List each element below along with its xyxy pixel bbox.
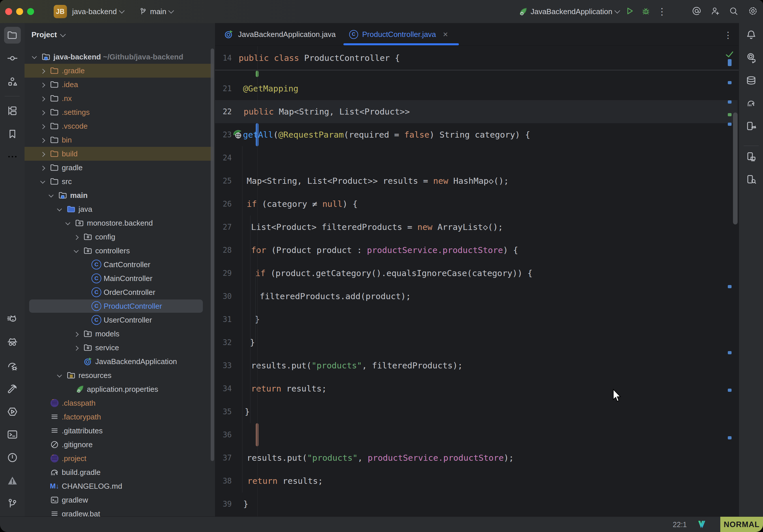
tree-item-src[interactable]: src bbox=[25, 174, 215, 188]
code-line-33[interactable]: 33results.put("products", filteredProduc… bbox=[215, 354, 739, 377]
project-panel-header[interactable]: Project bbox=[32, 28, 65, 41]
line-number[interactable]: 21 bbox=[215, 77, 232, 100]
tool-stripe-services-button[interactable] bbox=[4, 403, 21, 420]
tool-stripe-notifications-bell-button[interactable] bbox=[743, 27, 760, 43]
chevron-down-icon[interactable] bbox=[57, 207, 62, 211]
tool-stripe-database-button[interactable] bbox=[743, 72, 760, 89]
line-number[interactable]: 38 bbox=[215, 470, 232, 492]
chevron-down-icon[interactable] bbox=[65, 220, 70, 225]
tool-stripe-build-button[interactable] bbox=[4, 380, 21, 397]
vim-mode-badge[interactable]: NORMAL bbox=[720, 517, 763, 532]
tree-item-models[interactable]: models bbox=[25, 327, 215, 341]
code-line-26[interactable]: 26if (category ≠ null) { bbox=[215, 192, 739, 216]
tree-item-gradlew.bat[interactable]: gradlew.bat bbox=[25, 507, 215, 516]
minimize-button[interactable] bbox=[16, 8, 23, 15]
tree-item-.nx[interactable]: .nx bbox=[25, 91, 215, 105]
chevron-right-icon[interactable] bbox=[41, 138, 45, 143]
tree-item-OrderController[interactable]: COrderController bbox=[25, 285, 215, 299]
analysis-stripe-mark-blue[interactable] bbox=[728, 81, 731, 84]
tree-item-service[interactable]: service bbox=[25, 341, 215, 355]
tree-item-bin[interactable]: bin bbox=[25, 133, 215, 147]
code-line-23[interactable]: 23 getAll(@RequestParam(required = false… bbox=[215, 123, 739, 146]
chevron-down-icon[interactable] bbox=[41, 179, 45, 184]
line-number[interactable]: 39 bbox=[215, 492, 232, 516]
chevron-right-icon[interactable] bbox=[41, 83, 45, 88]
close-button[interactable] bbox=[5, 8, 12, 15]
tree-item-application.properties[interactable]: application.properties bbox=[25, 382, 215, 396]
tab-ProductController.java[interactable]: CProductController.java× bbox=[349, 23, 448, 46]
analysis-stripe-mark-blue[interactable] bbox=[728, 436, 731, 439]
code-line-29[interactable]: 29if (product.getCategory().equalsIgnore… bbox=[215, 262, 739, 285]
tree-item-CHANGELOG.md[interactable]: M↓CHANGELOG.md bbox=[25, 479, 215, 493]
tree-item-UserController[interactable]: CUserController bbox=[25, 313, 215, 327]
tree-item-resources[interactable]: resources bbox=[25, 369, 215, 382]
tool-stripe-gradle-button[interactable] bbox=[743, 95, 760, 112]
tree-item-.idea[interactable]: .idea bbox=[25, 78, 215, 91]
project-tree-scrollbar[interactable] bbox=[211, 49, 214, 461]
sticky-line[interactable]: 14public class ProductController { bbox=[215, 46, 739, 70]
code-with-me-button[interactable] bbox=[706, 6, 724, 17]
analysis-stripe-mark-blue[interactable] bbox=[728, 123, 731, 126]
tree-item-.classpath[interactable]: .classpath bbox=[25, 396, 215, 410]
chevron-right-icon[interactable] bbox=[74, 235, 79, 240]
tool-stripe-structure-boxes-button[interactable] bbox=[4, 102, 21, 119]
code-line-27[interactable]: 27List<Product> filteredProducts = new A… bbox=[215, 216, 739, 239]
analysis-stripe-mark-blue[interactable] bbox=[728, 285, 731, 288]
line-number[interactable]: 30 bbox=[215, 285, 232, 308]
tool-stripe-commit-button[interactable] bbox=[4, 50, 21, 67]
chevron-down-icon[interactable] bbox=[74, 248, 79, 253]
code-line-31[interactable]: 31} bbox=[215, 308, 739, 331]
search-everywhere-button[interactable] bbox=[724, 6, 743, 17]
tool-stripe-notifications-warning-button[interactable] bbox=[4, 472, 21, 489]
tool-stripe-dash-cat-plugin-button[interactable] bbox=[4, 311, 21, 328]
tree-item-.vscode[interactable]: .vscode bbox=[25, 119, 215, 133]
line-number[interactable]: 29 bbox=[215, 262, 232, 285]
code-line-32[interactable]: 32} bbox=[215, 331, 739, 354]
editor-scrollbar[interactable] bbox=[733, 113, 738, 224]
line-number[interactable]: 24 bbox=[215, 146, 232, 169]
line-number[interactable]: 36 bbox=[215, 423, 232, 446]
line-number[interactable]: 34 bbox=[215, 377, 232, 400]
tool-stripe-ai-assistant-chat-button[interactable] bbox=[743, 49, 760, 66]
tree-item-.gitattributes[interactable]: .gitattributes bbox=[25, 424, 215, 438]
tree-item-JavaBackendApplication[interactable]: JavaBackendApplication bbox=[25, 355, 215, 369]
line-number[interactable]: 27 bbox=[215, 216, 232, 239]
chevron-down-icon[interactable] bbox=[49, 193, 54, 198]
tree-item-build.gradle[interactable]: build.gradle bbox=[25, 465, 215, 479]
tree-item-.gitignore[interactable]: .gitignore bbox=[25, 438, 215, 452]
tree-item-MainController[interactable]: CMainController bbox=[25, 271, 215, 285]
run-button[interactable] bbox=[621, 6, 638, 17]
analysis-stripe-mark-blue[interactable] bbox=[728, 59, 731, 66]
tree-item-gradle[interactable]: gradle bbox=[25, 161, 215, 174]
more-actions-button[interactable]: ⋮ bbox=[654, 6, 670, 17]
tree-item-CartController[interactable]: CCartController bbox=[25, 258, 215, 271]
analysis-stripe-mark-blue[interactable] bbox=[728, 351, 731, 354]
tool-stripe-more-tool-windows-button[interactable] bbox=[4, 148, 21, 165]
analysis-stripe-mark-blue[interactable] bbox=[728, 100, 731, 104]
chevron-right-icon[interactable] bbox=[74, 332, 79, 337]
code-line-35[interactable]: 35} bbox=[215, 400, 739, 423]
tree-item-build[interactable]: build bbox=[25, 147, 215, 161]
tree-item-java-backend[interactable]: java-backend ~/Github/java-backend bbox=[25, 50, 215, 64]
tool-stripe-problems-button[interactable] bbox=[4, 449, 21, 466]
code-line-30[interactable]: 30filteredProducts.add(product); bbox=[215, 285, 739, 308]
tree-item-controllers[interactable]: controllers bbox=[25, 244, 215, 258]
tool-stripe-device-manager-button[interactable] bbox=[743, 118, 760, 135]
tool-stripe-version-control-button[interactable] bbox=[4, 495, 21, 512]
caret-position[interactable]: 22:1 bbox=[673, 517, 687, 532]
tree-item-main[interactable]: main bbox=[25, 188, 215, 202]
settings-button[interactable] bbox=[743, 6, 763, 17]
chevron-right-icon[interactable] bbox=[41, 124, 45, 129]
tree-item-java[interactable]: java bbox=[25, 202, 215, 216]
tab-options-kebab-icon[interactable]: ⋮ bbox=[724, 30, 732, 40]
endpoint-globe-icon[interactable] bbox=[232, 129, 243, 141]
line-number[interactable]: 37 bbox=[215, 446, 232, 470]
vim-plugin-icon[interactable] bbox=[697, 520, 707, 529]
tree-item-gradlew[interactable]: gradlew bbox=[25, 493, 215, 507]
line-number[interactable]: 22 bbox=[215, 100, 232, 123]
fullscreen-button[interactable] bbox=[27, 8, 34, 15]
line-number[interactable]: 33 bbox=[215, 354, 232, 377]
tool-stripe-profiler-button[interactable] bbox=[4, 358, 21, 374]
tool-stripe-terminal-button[interactable] bbox=[4, 426, 21, 443]
code-line-28[interactable]: 28for (Product product : productService.… bbox=[215, 239, 739, 262]
